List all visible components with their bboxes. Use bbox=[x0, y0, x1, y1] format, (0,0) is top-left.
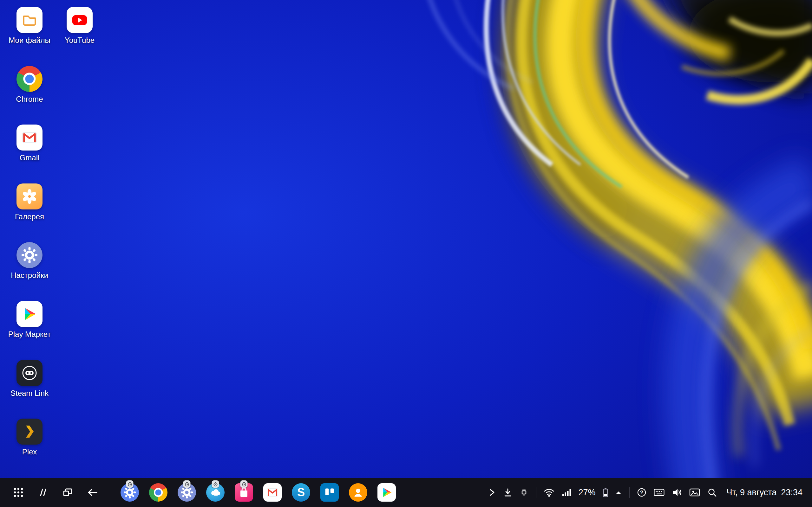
apps-grid-icon bbox=[13, 487, 24, 498]
download-icon bbox=[503, 488, 512, 497]
show-desktop-icon bbox=[62, 487, 73, 498]
recents-icon bbox=[38, 487, 48, 498]
keyboard-icon bbox=[654, 488, 664, 497]
chrome-icon bbox=[16, 66, 43, 92]
youtube-icon bbox=[67, 7, 93, 33]
desktop-icon-label: Галерея bbox=[15, 213, 44, 221]
timer-badge bbox=[241, 481, 248, 488]
svg-text:S: S bbox=[297, 486, 305, 499]
expand-icon bbox=[488, 488, 496, 497]
play-store-app-icon bbox=[377, 483, 396, 502]
volume-button[interactable] bbox=[672, 488, 682, 497]
battery-icon bbox=[603, 488, 608, 497]
tray-expand-button[interactable] bbox=[488, 488, 496, 497]
settings-app-button[interactable] bbox=[120, 483, 139, 502]
date-text: Чт, 9 августа bbox=[727, 488, 777, 498]
back-icon bbox=[87, 487, 98, 498]
svg-text:?: ? bbox=[640, 490, 643, 496]
desktop-icon-label: Play Маркет bbox=[8, 330, 51, 338]
gmail-app-icon bbox=[263, 483, 282, 502]
galaxy-store-app-button[interactable] bbox=[235, 483, 253, 502]
desktop-icon-settings[interactable]: Настройки bbox=[5, 242, 54, 279]
help-button[interactable]: ? bbox=[637, 488, 647, 497]
time-text: 23:34 bbox=[781, 488, 803, 498]
contacts-app-button[interactable] bbox=[349, 483, 367, 502]
desktop-icon-gmail[interactable]: Gmail bbox=[5, 124, 54, 162]
wifi-icon bbox=[544, 488, 554, 497]
back-button[interactable] bbox=[84, 484, 101, 501]
status-caret-button[interactable] bbox=[615, 490, 622, 495]
search-icon bbox=[707, 488, 717, 497]
trello-app-icon bbox=[320, 483, 339, 502]
desktop-icon-chrome[interactable]: Chrome bbox=[5, 66, 54, 103]
steam-link-icon bbox=[16, 360, 43, 386]
help-icon: ? bbox=[637, 488, 647, 497]
system-tray: 27% ? Чт, bbox=[488, 487, 803, 498]
play-store-icon bbox=[16, 301, 43, 327]
volume-icon bbox=[672, 488, 682, 497]
desktop-icon-play-market[interactable]: Play Маркет bbox=[5, 301, 54, 338]
battery-percent: 27% bbox=[578, 488, 596, 498]
desktop: Мои файлы YouTube Chrome Gmail Галерея Н… bbox=[0, 0, 812, 507]
dongle-icon bbox=[519, 488, 528, 497]
keyboard-button[interactable] bbox=[654, 488, 664, 497]
show-desktop-button[interactable] bbox=[59, 484, 77, 501]
desktop-icon-label: Plex bbox=[22, 448, 37, 456]
gmail-icon bbox=[16, 124, 43, 151]
recents-button[interactable] bbox=[34, 484, 52, 501]
my-files-icon bbox=[16, 7, 43, 33]
tray-separator bbox=[629, 487, 629, 498]
search-button[interactable] bbox=[707, 488, 717, 497]
gallery-icon bbox=[16, 183, 43, 210]
gmail-app-button[interactable] bbox=[263, 483, 282, 502]
settings-icon bbox=[16, 242, 43, 268]
chrome-app-icon bbox=[149, 483, 167, 502]
taskbar: S bbox=[0, 478, 812, 507]
desktop-icon-label: Steam Link bbox=[10, 389, 49, 397]
cloud-app-button[interactable] bbox=[206, 483, 224, 502]
capture-icon bbox=[689, 488, 700, 497]
taskbar-pinned-apps: S bbox=[120, 483, 396, 502]
tray-separator bbox=[536, 487, 537, 498]
desktop-icon-plex[interactable]: Plex bbox=[5, 418, 54, 456]
skype-app-button[interactable]: S bbox=[292, 483, 310, 502]
desktop-icon-label: Мои файлы bbox=[9, 36, 50, 44]
caret-up-icon bbox=[615, 490, 622, 495]
plex-icon bbox=[16, 418, 43, 445]
desktop-icon-label: Chrome bbox=[16, 95, 43, 103]
settings-shortcut-app-button[interactable] bbox=[177, 483, 196, 502]
wallpaper-image bbox=[0, 0, 812, 507]
chrome-app-button[interactable] bbox=[149, 483, 167, 502]
trello-app-button[interactable] bbox=[320, 483, 339, 502]
screen-capture-button[interactable] bbox=[689, 488, 700, 497]
timer-badge bbox=[212, 481, 219, 488]
timer-badge bbox=[183, 481, 191, 488]
desktop-icon-my-files[interactable]: Мои файлы bbox=[5, 7, 54, 44]
desktop-icon-label: YouTube bbox=[65, 36, 95, 44]
desktop-icon-gallery[interactable]: Галерея bbox=[5, 183, 54, 221]
contacts-app-icon bbox=[349, 483, 367, 502]
desktop-icon-steam-link[interactable]: Steam Link bbox=[5, 360, 54, 397]
apps-button[interactable] bbox=[9, 484, 27, 501]
signal-icon bbox=[562, 488, 571, 497]
desktop-icon-youtube[interactable]: YouTube bbox=[55, 7, 104, 44]
timer-badge bbox=[126, 481, 134, 488]
play-store-app-button[interactable] bbox=[377, 483, 396, 502]
skype-app-icon: S bbox=[292, 483, 310, 502]
desktop-icon-label: Настройки bbox=[11, 271, 48, 279]
clock[interactable]: Чт, 9 августа 23:34 bbox=[727, 488, 803, 498]
desktop-icon-label: Gmail bbox=[20, 154, 40, 162]
taskbar-nav bbox=[9, 484, 101, 501]
